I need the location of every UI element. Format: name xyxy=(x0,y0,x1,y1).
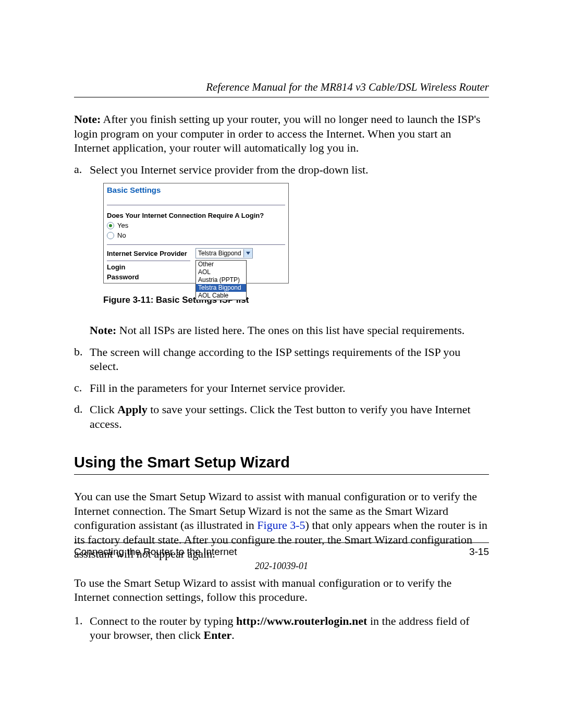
dropdown-option[interactable]: AOL Cable xyxy=(196,292,246,300)
note-label: Note: xyxy=(74,113,101,126)
header-title: Reference Manual for the MR814 v3 Cable/… xyxy=(74,81,489,97)
figure-caption: Figure 3-11: Basic Settings ISP list xyxy=(103,295,489,305)
divider xyxy=(107,244,285,245)
list-marker: d. xyxy=(74,402,90,431)
wizard-paragraph-2: To use the Smart Setup Wizard to assist … xyxy=(74,576,489,604)
password-label: Password xyxy=(107,273,195,281)
radio-yes-icon[interactable] xyxy=(107,222,114,229)
svg-marker-0 xyxy=(246,252,250,255)
note-text: After you finish setting up your router,… xyxy=(74,113,481,154)
list-marker: a. xyxy=(74,163,90,177)
page-header: Reference Manual for the MR814 v3 Cable/… xyxy=(74,81,489,97)
list-body: Fill in the parameters for your Internet… xyxy=(90,381,489,396)
figure-link[interactable]: Figure 3-5 xyxy=(257,519,305,532)
isp-select[interactable]: Telstra Bigpond xyxy=(195,248,253,258)
divider xyxy=(107,205,285,205)
list-item-a: a. Select you Internet service provider … xyxy=(74,163,489,177)
radio-yes-label: Yes xyxy=(117,221,128,229)
login-label: Login xyxy=(107,263,195,271)
step-1: 1. Connect to the router by typing http:… xyxy=(74,614,489,643)
dropdown-option[interactable]: Austria (PPTP) xyxy=(196,276,246,284)
login-question: Does Your Internet Connection Require A … xyxy=(104,207,288,220)
basic-settings-screenshot: Basic Settings Does Your Internet Connec… xyxy=(103,183,289,283)
radio-no-label: No xyxy=(117,231,126,239)
note-label: Note: xyxy=(90,324,116,337)
isp-dropdown-list[interactable]: Other AOL Austria (PPTP) Telstra Bigpond… xyxy=(195,260,247,300)
footer-doc-number: 202-10039-01 xyxy=(74,561,489,572)
footer-page-number: 3-15 xyxy=(469,546,489,558)
radio-yes-row[interactable]: Yes xyxy=(104,220,288,230)
enter-word: Enter xyxy=(203,628,231,641)
section-heading: Using the Smart Setup Wizard xyxy=(74,454,489,475)
list-body: Click Apply to save your settings. Click… xyxy=(90,402,489,431)
isp-label: Internet Service Provider xyxy=(107,250,195,257)
dropdown-option[interactable]: Other xyxy=(196,261,246,268)
chevron-down-icon[interactable] xyxy=(243,249,252,257)
isp-select-value: Telstra Bigpond xyxy=(196,250,243,257)
list-item-b: b. The screen will change according to t… xyxy=(74,345,489,374)
list-item-d: d. Click Apply to save your settings. Cl… xyxy=(74,402,489,431)
header-rule xyxy=(74,97,489,97)
radio-no-icon[interactable] xyxy=(107,232,114,239)
footer-rule xyxy=(74,542,489,543)
list-body: Connect to the router by typing http://w… xyxy=(90,614,489,643)
dropdown-option-selected[interactable]: Telstra Bigpond xyxy=(196,284,246,292)
list-marker: c. xyxy=(74,381,90,396)
list-marker: 1. xyxy=(74,614,90,643)
text: . xyxy=(231,628,235,641)
footer-section-title: Connecting the Router to the Internet xyxy=(74,546,237,558)
list-marker: b. xyxy=(74,345,90,374)
text: Click xyxy=(90,403,117,416)
note-text: Not all ISPs are listed here. The ones o… xyxy=(116,324,464,337)
isp-row: Internet Service Provider Telstra Bigpon… xyxy=(104,247,288,260)
list-body: Select you Internet service provider fro… xyxy=(90,163,489,177)
dropdown-option[interactable]: AOL xyxy=(196,268,246,276)
radio-no-row[interactable]: No xyxy=(104,230,288,240)
url-text: http://www.routerlogin.net xyxy=(236,614,367,627)
text: Connect to the router by typing xyxy=(90,614,236,627)
note-paragraph-1: Note: After you finish setting up your r… xyxy=(74,112,489,155)
list-item-c: c. Fill in the parameters for your Inter… xyxy=(74,381,489,396)
page-footer: Connecting the Router to the Internet 3-… xyxy=(74,538,489,572)
apply-word: Apply xyxy=(117,403,147,416)
list-body: The screen will change according to the … xyxy=(90,345,489,374)
note-paragraph-2: Note: Not all ISPs are listed here. The … xyxy=(90,323,489,338)
panel-title: Basic Settings xyxy=(104,183,288,195)
